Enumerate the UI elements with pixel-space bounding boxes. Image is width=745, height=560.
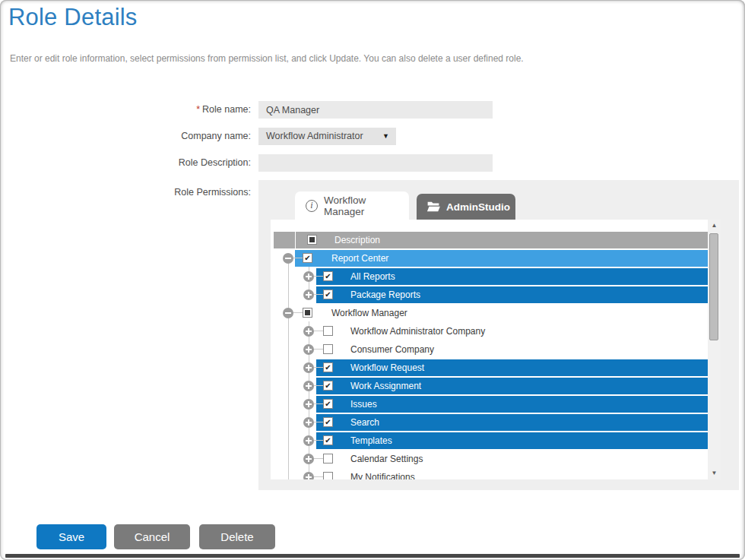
company-name-value: Workflow Administrator [266,131,363,141]
tree-row[interactable]: ✔Workflow Request [271,359,708,376]
row-checkbox[interactable] [323,454,333,464]
required-asterisk: * [196,104,200,115]
checkmark-icon: ✔ [324,400,332,408]
checkmark-icon: ✔ [324,436,332,445]
row-label: Work Assignment [350,378,421,394]
window-bottom-edge [5,554,740,558]
role-name-input[interactable] [258,101,493,119]
row-label: Search [350,414,379,431]
folder-icon [426,201,440,212]
expand-icon[interactable] [303,472,314,479]
row-checkbox[interactable]: ✔ [323,399,333,409]
expand-icon[interactable] [303,399,314,410]
tree-row[interactable]: ✔Issues [271,396,708,413]
tab-adminstudio[interactable]: AdminStudio [417,194,515,220]
expand-icon[interactable] [303,344,314,355]
expand-icon[interactable] [303,454,314,464]
page-title: Role Details [8,4,138,31]
tree-header-row: Description [274,232,708,248]
delete-button[interactable]: Delete [199,524,275,549]
expand-icon[interactable] [303,289,314,300]
row-label: Workflow Manager [331,305,407,321]
checkmark-icon: ✔ [324,363,332,372]
expand-icon[interactable] [303,271,314,282]
tree-row[interactable]: Consumer Company [271,341,708,358]
role-details-window: Role Details Enter or edit role informat… [0,0,745,560]
checkmark-icon: ✔ [303,254,312,262]
permissions-tree: Description ✔Report Center✔All Reports✔P… [271,220,721,479]
row-checkbox[interactable]: ✔ [323,435,333,445]
vertical-scrollbar[interactable]: ▲ ▼ [708,220,721,479]
page-description: Enter or edit role information, select p… [10,53,524,64]
expand-icon[interactable] [303,326,314,337]
row-label: Package Reports [350,286,420,303]
expand-icon[interactable] [303,381,314,391]
tree-row[interactable]: My Notifications [271,469,708,479]
save-button[interactable]: Save [36,524,106,549]
checkmark-icon: ✔ [324,381,332,390]
row-checkbox[interactable] [323,344,333,354]
checkmark-icon: ✔ [324,290,332,299]
row-label: Consumer Company [350,341,434,358]
chevron-down-icon: ▼ [382,128,389,145]
row-checkbox[interactable] [303,308,312,318]
row-checkbox[interactable]: ✔ [323,289,333,299]
scroll-down-icon[interactable]: ▼ [708,467,721,479]
role-permissions-label: Role Permissions: [76,184,251,201]
role-description-input[interactable] [258,154,493,172]
row-checkbox[interactable]: ✔ [323,271,333,281]
row-checkbox[interactable] [323,326,333,336]
tree-row[interactable]: Workflow Manager [271,305,708,321]
row-label: Report Center [331,250,388,267]
row-checkbox[interactable]: ✔ [323,417,333,427]
description-column-header: Description [334,232,380,248]
checkmark-icon: ✔ [324,418,332,426]
row-checkbox[interactable]: ✔ [303,253,312,263]
scrollbar-thumb[interactable] [709,233,718,340]
tree-row[interactable]: ✔Templates [271,432,708,449]
row-label: Templates [350,432,392,449]
row-label: Workflow Administrator Company [350,323,485,340]
cancel-button[interactable]: Cancel [114,524,190,549]
role-description-label: Role Description: [76,154,251,172]
expand-icon[interactable] [303,362,314,373]
row-label: My Notifications [350,469,415,479]
scroll-up-icon[interactable]: ▲ [708,220,721,232]
tree-row[interactable]: Workflow Administrator Company [271,323,708,340]
role-name-label: *Role name: [76,101,251,119]
tree-row[interactable]: ✔Search [271,414,708,431]
collapse-icon[interactable] [283,308,293,318]
tree-row[interactable]: ✔All Reports [271,268,708,285]
row-label: All Reports [350,268,395,285]
checkmark-icon: ✔ [324,272,332,280]
row-label: Issues [350,396,377,413]
tab-label: Workflow Manager [324,195,409,217]
tree-row[interactable]: ✔Package Reports [271,286,708,303]
collapse-icon[interactable] [283,253,293,264]
tab-workflow-manager[interactable]: i Workflow Manager [295,191,409,220]
expand-icon[interactable] [303,435,314,446]
row-label: Workflow Request [350,359,424,376]
row-checkbox[interactable]: ✔ [323,362,333,372]
row-checkbox[interactable]: ✔ [323,381,333,391]
tree-row[interactable]: ✔Work Assignment [271,378,708,394]
role-permissions-panel: i Workflow Manager AdminStudio Descripti… [258,180,739,490]
tree-row[interactable]: Calendar Settings [271,451,708,467]
company-name-label: Company name: [76,128,251,145]
row-checkbox[interactable] [323,472,333,479]
tab-label: AdminStudio [446,201,510,213]
tree-row[interactable]: ✔Report Center [271,250,708,267]
select-all-checkbox[interactable] [307,235,317,245]
row-label: Calendar Settings [350,451,423,467]
company-name-select[interactable]: Workflow Administrator ▼ [258,128,396,145]
expand-icon[interactable] [303,417,314,428]
info-icon: i [306,200,318,212]
header-divider [295,232,296,248]
